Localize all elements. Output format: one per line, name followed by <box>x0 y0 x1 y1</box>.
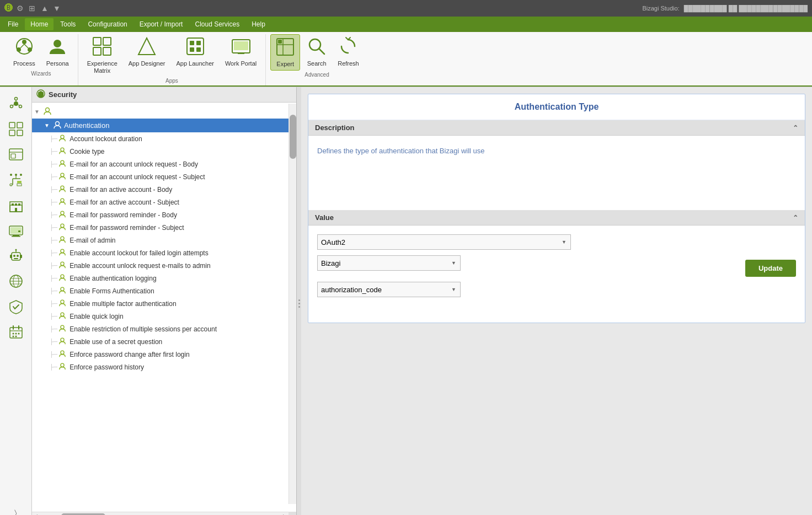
tree-list-item[interactable]: ├─ Enable authentication logging <box>32 272 296 285</box>
tree-list-item[interactable]: ├─ Enable Forms Authentication <box>32 285 296 297</box>
svg-point-1 <box>22 40 26 44</box>
tree-scrollbar[interactable] <box>289 104 296 504</box>
auth-card-title: Authentication Type <box>308 94 805 120</box>
sidebar-expand-btn[interactable]: 〉 <box>4 506 28 515</box>
tree-list-item[interactable]: ├─ Enable use of a secret question <box>32 335 296 348</box>
child-label: Account lockout duration <box>70 135 142 143</box>
tree-list-item[interactable]: ├─ Enable multiple factor authentication <box>32 297 296 310</box>
svg-rect-51 <box>12 203 14 206</box>
sidebar-icon-device[interactable] <box>4 218 28 243</box>
sidebar-icon-robot[interactable] <box>4 244 28 268</box>
content-panel: Authentication Type Description ⌃ Define… <box>301 87 812 515</box>
update-button[interactable]: Update <box>745 260 796 277</box>
advanced-footer: Advanced <box>270 71 364 79</box>
svg-point-45 <box>10 184 12 186</box>
svg-point-92 <box>61 224 64 228</box>
tree-scroll-corner <box>289 512 296 515</box>
tree-authentication[interactable]: ▼ Authentication <box>32 119 296 132</box>
tree-list-item[interactable]: ├─ Account lockout duration <box>32 132 296 145</box>
auth-expand-icon[interactable]: ▼ <box>44 122 53 128</box>
menu-tools[interactable]: Tools <box>55 18 81 30</box>
tb-icon1[interactable]: ⚙ <box>17 4 25 13</box>
security-icon <box>36 89 45 100</box>
menu-cloud-services[interactable]: Cloud Services <box>189 18 245 30</box>
tree-list-item[interactable]: ├─ E-mail for password reminder - Body <box>32 208 296 221</box>
root-expand-icon[interactable]: ▼ <box>34 109 43 115</box>
sidebar-icon-window[interactable] <box>4 142 28 167</box>
tree-list-item[interactable]: ├─ E-mail for an account unlock request … <box>32 170 296 183</box>
menu-home[interactable]: Home <box>25 18 54 30</box>
tree-connector-icon: ├─ <box>50 161 57 167</box>
tree-list-item[interactable]: ├─ E-mail for an active account - Body <box>32 183 296 196</box>
ribbon-btn-expert[interactable]: Expert <box>270 34 300 71</box>
sidebar-icon-hub[interactable] <box>4 92 28 116</box>
child-label: E-mail of admin <box>70 237 115 244</box>
value-section-header: Value ⌃ <box>308 210 805 226</box>
sidebar-icon-dots[interactable] <box>4 168 28 192</box>
svg-point-42 <box>20 174 22 176</box>
ribbon-btn-app-launcher[interactable]: App Launcher <box>172 34 218 69</box>
tree-list-item[interactable]: ├─ Enable restriction of multiple sessio… <box>32 323 296 335</box>
tree-list-item[interactable]: ├─ Cookie type <box>32 145 296 158</box>
svg-point-93 <box>61 237 64 240</box>
tree-body[interactable]: ▼ ▼ Authentication <box>32 103 296 515</box>
value-collapse-btn[interactable]: ⌃ <box>793 214 798 222</box>
svg-rect-52 <box>15 203 17 206</box>
bizagi-dropdown[interactable]: Bizagi Azure AD Google Okta <box>317 255 461 271</box>
svg-point-88 <box>61 174 64 177</box>
child-person-icon <box>58 223 66 232</box>
oauth-dropdown[interactable]: OAuth2 Forms Windows SAML <box>317 234 571 250</box>
svg-rect-65 <box>14 258 18 259</box>
tree-scroll-thumb[interactable] <box>290 115 296 159</box>
svg-point-63 <box>13 255 15 257</box>
tree-children: ├─ Account lockout duration ├─ Cookie ty… <box>32 132 296 373</box>
ribbon-btn-experience-matrix[interactable]: ExperienceMatrix <box>83 34 122 77</box>
sidebar-icon-building[interactable] <box>4 193 28 217</box>
description-collapse-btn[interactable]: ⌃ <box>793 124 798 132</box>
svg-point-101 <box>61 339 64 342</box>
tree-list-item[interactable]: ├─ Enforce password history <box>32 361 296 373</box>
tree-list-item[interactable]: ├─ Enable account unlock request e-mails… <box>32 259 296 272</box>
menu-file[interactable]: File <box>2 18 24 30</box>
tree-list-item[interactable]: ├─ Enable quick login <box>32 310 296 323</box>
tree-list-item[interactable]: ├─ E-mail for an active account - Subjec… <box>32 196 296 208</box>
sidebar-icon-shield[interactable] <box>4 294 28 319</box>
tree-root-expand[interactable]: ▼ <box>32 105 296 119</box>
svg-point-91 <box>61 212 64 215</box>
tb-icon2[interactable]: ⊞ <box>29 4 38 13</box>
sidebar-icon-grid[interactable] <box>4 117 28 141</box>
child-person-icon <box>58 210 66 219</box>
sidebar-icon-globe[interactable] <box>4 269 28 293</box>
ribbon-btn-app-designer[interactable]: App Designer <box>124 34 170 69</box>
tree-hscrollbar[interactable]: ◀ ▶ <box>32 512 289 515</box>
ribbon-btn-search[interactable]: Search <box>302 34 331 69</box>
auth-code-dropdown[interactable]: authorization_code implicit client_crede… <box>317 282 461 297</box>
tb-icon4[interactable]: ▼ <box>53 4 62 13</box>
sidebar-icon-calendar[interactable] <box>4 320 28 344</box>
bizagi-row: Bizagi Azure AD Google Okta <box>317 255 461 271</box>
menu-help[interactable]: Help <box>246 18 271 30</box>
tree-connector-icon: ├─ <box>50 224 57 230</box>
menu-export-import[interactable]: Export / Import <box>134 18 189 30</box>
menu-configuration[interactable]: Configuration <box>82 18 132 30</box>
ribbon-btn-work-portal[interactable]: Work Portal <box>221 34 261 69</box>
ribbon-btn-persona[interactable]: Persona <box>42 34 73 69</box>
svg-rect-34 <box>17 122 23 128</box>
tb-icon3[interactable]: ▲ <box>41 4 50 13</box>
tree-list-item[interactable]: ├─ E-mail for password reminder - Subjec… <box>32 221 296 234</box>
tree-list-item[interactable]: ├─ Enforce password change after first l… <box>32 348 296 361</box>
ribbon-group-advanced: Expert Search <box>266 34 368 85</box>
tree-list-item[interactable]: ├─ Enable account lockout for failed log… <box>32 246 296 259</box>
ribbon-btn-refresh[interactable]: Refresh <box>333 34 364 69</box>
ribbon-btn-process[interactable]: Process <box>9 34 40 69</box>
svg-point-80 <box>12 336 14 337</box>
child-person-icon <box>58 312 66 321</box>
svg-rect-61 <box>10 255 12 258</box>
panel-splitter[interactable] <box>297 87 301 515</box>
svg-point-2 <box>28 47 32 52</box>
tree-list-item[interactable]: ├─ E-mail for an account unlock request … <box>32 158 296 170</box>
tree-list-item[interactable]: ├─ E-mail of admin <box>32 234 296 246</box>
child-person-icon <box>58 185 66 194</box>
oauth-row: OAuth2 Forms Windows SAML <box>317 234 796 250</box>
svg-line-4 <box>24 44 28 48</box>
